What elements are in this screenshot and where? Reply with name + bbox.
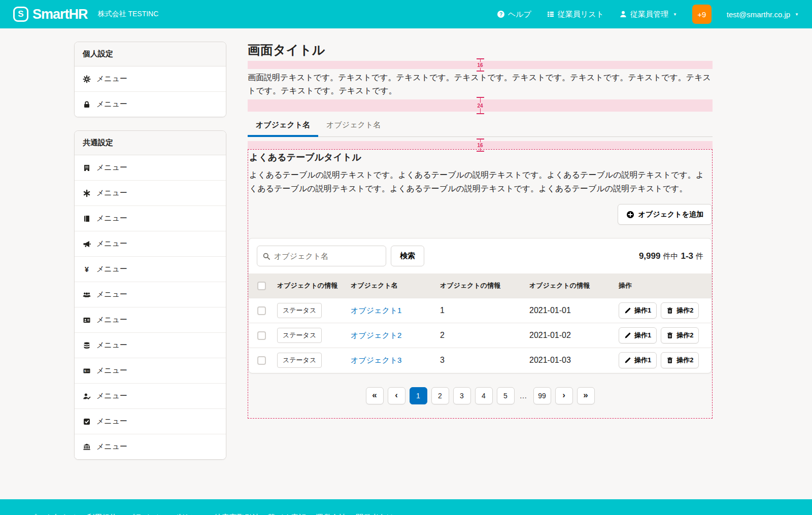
- sidebar-item-label: メニュー: [96, 163, 127, 173]
- nav-help[interactable]: ? ヘルプ: [497, 10, 531, 19]
- gear-icon: [83, 75, 91, 83]
- nav-employee-admin-dropdown[interactable]: 従業員管理 ▼: [619, 10, 677, 19]
- header-nav: ? ヘルプ 従業員リスト 従業員管理 ▼ +9 test@smarthr.co.…: [497, 5, 799, 24]
- smarthr-logo-icon[interactable]: S: [13, 7, 28, 22]
- footer-link[interactable]: プライバシーポリシー: [127, 513, 205, 515]
- footer-link[interactable]: 特定商取引法に基づく表記: [214, 513, 306, 515]
- tab-object-1[interactable]: オブジェクト名: [248, 116, 318, 136]
- megaphone-icon: [83, 240, 91, 248]
- table-card: 検索 9,999 件中 1-3 件 オブジェクトの情報 オブジェクト名: [248, 238, 712, 373]
- footer-link[interactable]: 利用規約: [87, 513, 117, 515]
- trash-icon: [666, 307, 673, 314]
- object-date-cell: 2021-01-02: [525, 323, 615, 348]
- search-icon: [262, 252, 270, 260]
- sidebar-section-title: 共通設定: [75, 131, 226, 155]
- footer-link[interactable]: 開発者向け API: [356, 513, 409, 515]
- sidebar-item[interactable]: メニュー: [75, 409, 226, 434]
- spacing-value: 16: [476, 62, 484, 67]
- sidebar-item[interactable]: メニュー: [75, 434, 226, 459]
- column-header: オブジェクトの情報: [273, 273, 347, 298]
- chevron-down-icon: ▼: [795, 12, 799, 17]
- object-date-cell: 2021-01-01: [525, 298, 615, 323]
- footer-link[interactable]: ヘルプ: [13, 513, 37, 515]
- pagination-page-2[interactable]: 2: [431, 387, 449, 404]
- edit-button[interactable]: 操作1: [619, 302, 657, 319]
- pagination-page-99[interactable]: 99: [533, 387, 551, 404]
- pagination-page-5[interactable]: 5: [497, 387, 515, 404]
- spacing-value: 16: [476, 143, 484, 148]
- notification-badge[interactable]: +9: [692, 5, 712, 24]
- count-total: 9,999: [639, 251, 661, 261]
- sidebar: 個人設定 メニュー メニュー 共通設定 メニュー メニュー メニュー: [74, 42, 226, 473]
- object-link[interactable]: オブジェクト3: [351, 356, 401, 364]
- sidebar-item[interactable]: メニュー: [75, 231, 226, 257]
- pagination-page-4[interactable]: 4: [475, 387, 493, 404]
- nav-help-label: ヘルプ: [508, 10, 531, 19]
- sidebar-item[interactable]: メニュー: [75, 92, 226, 117]
- pagination-page-3[interactable]: 3: [453, 387, 471, 404]
- object-link[interactable]: オブジェクト1: [351, 306, 401, 315]
- add-object-button[interactable]: オブジェクトを追加: [618, 204, 712, 225]
- yen-icon: ¥: [83, 265, 91, 273]
- account-email: test@smarthr.co.jp: [727, 10, 790, 19]
- footer-links: ヘルプお知らせ利用規約プライバシーポリシー特定商取引法に基づく表記運営会社開発者…: [13, 513, 409, 515]
- sidebar-item[interactable]: $ メニュー: [75, 358, 226, 384]
- main-content: 画面タイトル 16 画面説明テキストです。テキストです。テキストです。テキストで…: [248, 42, 713, 473]
- chevron-down-icon: ▼: [673, 12, 677, 17]
- sidebar-item[interactable]: メニュー: [75, 333, 226, 358]
- select-all-checkbox[interactable]: [257, 282, 266, 290]
- footer-link[interactable]: お知らせ: [46, 513, 77, 515]
- sidebar-item[interactable]: メニュー: [75, 155, 226, 181]
- sidebar-item-label: メニュー: [96, 391, 127, 401]
- delete-button[interactable]: 操作2: [661, 327, 699, 344]
- pagination-ellipsis: …: [519, 391, 529, 400]
- row-checkbox[interactable]: [257, 331, 266, 340]
- table-row: ステータス オブジェクト3 3 2021-01-03 操作1 操作2: [249, 348, 712, 373]
- pagination-last-button[interactable]: »: [577, 387, 595, 404]
- sidebar-item[interactable]: メニュー: [75, 307, 226, 333]
- trash-icon: [666, 332, 673, 339]
- pagination-page-1[interactable]: 1: [410, 387, 427, 404]
- sidebar-item-label: メニュー: [96, 239, 127, 249]
- pagination-prev-button[interactable]: ‹: [388, 387, 405, 404]
- sidebar-item[interactable]: メニュー: [75, 181, 226, 206]
- app-header: S SmartHR 株式会社 TESTINC ? ヘルプ 従業員リスト 従業員管…: [0, 0, 812, 28]
- pagination-first-button[interactable]: «: [366, 387, 384, 404]
- measured-section: よくあるテーブルタイトル よくあるテーブルの説明テキストです。よくあるテーブルの…: [248, 149, 713, 418]
- row-checkbox[interactable]: [257, 306, 266, 315]
- account-dropdown[interactable]: test@smarthr.co.jp ▼: [727, 10, 799, 19]
- svg-text:¥: ¥: [85, 265, 89, 273]
- count-range: 1-3: [681, 251, 693, 261]
- sidebar-item[interactable]: メニュー: [75, 66, 226, 92]
- nav-employee-list[interactable]: 従業員リスト: [547, 10, 604, 19]
- sidebar-item[interactable]: ¥ メニュー: [75, 257, 226, 282]
- list-icon: [547, 10, 555, 18]
- edit-button[interactable]: 操作1: [619, 352, 657, 368]
- row-checkbox[interactable]: [257, 356, 266, 365]
- add-object-label: オブジェクトを追加: [638, 210, 703, 219]
- sidebar-item[interactable]: メニュー: [75, 206, 226, 231]
- search-button[interactable]: 検索: [391, 246, 424, 266]
- search-input[interactable]: [274, 252, 381, 260]
- delete-button[interactable]: 操作2: [661, 352, 699, 368]
- brand-name[interactable]: SmartHR: [32, 7, 88, 22]
- column-header: オブジェクトの情報: [525, 273, 615, 298]
- row-actions: 操作1 操作2: [619, 352, 707, 368]
- sidebar-item-label: メニュー: [96, 74, 127, 84]
- delete-button[interactable]: 操作2: [661, 302, 699, 319]
- object-link[interactable]: オブジェクト2: [351, 331, 401, 339]
- sidebar-item[interactable]: メニュー: [75, 282, 226, 307]
- edit-button[interactable]: 操作1: [619, 327, 657, 344]
- page-title: 画面タイトル: [248, 42, 713, 58]
- object-info-cell: 3: [436, 348, 525, 373]
- table-row: ステータス オブジェクト2 2 2021-01-02 操作1 操作2: [249, 323, 712, 348]
- footer-link[interactable]: 運営会社: [316, 513, 346, 515]
- sidebar-item-label: メニュー: [96, 99, 127, 109]
- search-box: [257, 246, 386, 266]
- book-icon: [83, 215, 91, 223]
- pagination-next-button[interactable]: ›: [555, 387, 573, 404]
- sidebar-section-personal: 個人設定 メニュー メニュー: [74, 42, 226, 117]
- sidebar-item[interactable]: メニュー: [75, 384, 226, 409]
- building-icon: [83, 164, 91, 172]
- tab-object-2[interactable]: オブジェクト名: [318, 116, 389, 136]
